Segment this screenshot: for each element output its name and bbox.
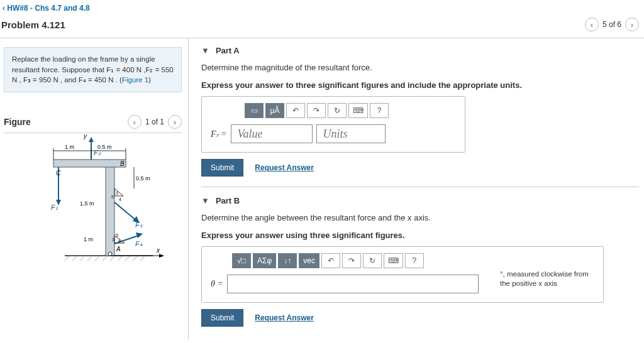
breadcrumb-back-caret[interactable]: ‹ (3, 4, 5, 13)
svg-line-5 (95, 256, 100, 261)
partB-submit-button[interactable]: Submit (201, 309, 243, 327)
undo-button-b[interactable]: ↶ (321, 253, 340, 268)
figure-counter: 1 of 1 (145, 117, 164, 126)
svg-text:5: 5 (116, 233, 118, 237)
partB-variable-label: θ = (211, 279, 223, 289)
svg-marker-23 (159, 254, 164, 258)
partB-emphasis: Express your answer using three signific… (201, 231, 639, 240)
svg-text:F₁: F₁ (51, 204, 58, 211)
partA-value-input[interactable] (231, 124, 313, 143)
svg-text:B: B (120, 160, 125, 167)
breadcrumb-link[interactable]: HW#8 - Chs 4.7 and 4.8 (7, 4, 89, 13)
partA-submit-button[interactable]: Submit (201, 159, 243, 177)
svg-marker-21 (136, 232, 143, 238)
svg-text:y: y (83, 133, 87, 139)
partB-value-input[interactable] (227, 275, 479, 293)
partA-instruction: Determine the magnitude of the resultant… (201, 63, 639, 72)
partA-variable-label: Fᵣ = (211, 129, 227, 139)
redo-button-b[interactable]: ↷ (342, 253, 361, 268)
partA-answer-box: ▭ μÅ ↶ ↷ ↻ ⌨ ? Fᵣ = (201, 96, 465, 153)
problem-title: Problem 4.121 (1, 19, 65, 30)
templates-icon[interactable]: ▭ (245, 103, 264, 118)
svg-text:4: 4 (119, 197, 121, 202)
reset-button[interactable]: ↻ (328, 103, 347, 118)
next-problem-button[interactable]: › (625, 18, 639, 31)
svg-line-6 (103, 256, 108, 261)
svg-text:1 m: 1 m (65, 144, 74, 150)
partB-title: Part B (216, 196, 240, 205)
svg-text:1 m: 1 m (84, 236, 93, 242)
svg-line-3 (80, 256, 85, 261)
svg-line-1 (65, 256, 70, 261)
svg-text:4: 4 (118, 239, 121, 243)
figure-next-button[interactable]: › (168, 115, 182, 129)
symbols-button[interactable]: μÅ (265, 103, 284, 118)
partA-emphasis: Express your answer to three significant… (201, 80, 639, 90)
prev-problem-button[interactable]: ‹ (585, 18, 599, 31)
svg-text:x: x (156, 247, 160, 254)
svg-line-11 (140, 256, 145, 261)
svg-line-7 (110, 256, 115, 261)
root-template-icon[interactable]: √□ (232, 253, 251, 268)
svg-rect-12 (106, 165, 114, 256)
figure-heading: Figure (4, 117, 31, 127)
svg-rect-13 (53, 160, 126, 167)
svg-line-4 (87, 256, 92, 261)
svg-text:3: 3 (116, 191, 118, 195)
vec-button[interactable]: vec (299, 253, 319, 268)
svg-text:C: C (56, 170, 61, 177)
partB-answer-box: √□ ΑΣφ ↓↑ vec ↶ ↷ ↻ ⌨ ? θ = (201, 246, 604, 303)
partB-collapse-icon[interactable]: ▼ (201, 196, 209, 205)
problem-statement: Replace the loading on the frame by a si… (4, 47, 182, 92)
svg-text:F₂: F₂ (94, 149, 101, 156)
svg-line-8 (118, 256, 123, 261)
svg-line-10 (133, 256, 138, 261)
reset-button-b[interactable]: ↻ (363, 253, 382, 268)
partA-title: Part A (216, 46, 240, 55)
svg-line-9 (125, 256, 130, 261)
svg-text:F₃: F₃ (135, 221, 143, 229)
partA-units-input[interactable] (316, 124, 386, 143)
svg-marker-17 (89, 137, 94, 142)
undo-button[interactable]: ↶ (286, 103, 305, 118)
partB-unit-note: °, measured clockwise from the positive … (500, 253, 594, 288)
svg-text:5: 5 (111, 195, 114, 199)
partB-request-answer-link[interactable]: Request Answer (255, 313, 314, 322)
partA-collapse-icon[interactable]: ▼ (201, 46, 209, 55)
svg-line-18 (114, 202, 137, 221)
svg-text:A: A (116, 246, 121, 253)
svg-text:F₄: F₄ (135, 240, 143, 248)
greek-button[interactable]: ΑΣφ (253, 253, 276, 268)
keyboard-button-b[interactable]: ⌨ (384, 253, 403, 268)
problem-counter: 5 of 6 (602, 20, 621, 29)
svg-text:3: 3 (112, 237, 114, 242)
svg-line-2 (72, 256, 77, 261)
partA-request-answer-link[interactable]: Request Answer (255, 163, 314, 172)
svg-text:0.5 m: 0.5 m (136, 175, 150, 182)
figure-diagram: y x 1 m 0.5 m 0.5 m 1.5 m 1 m C B A F₁ F… (4, 133, 182, 268)
subscript-button[interactable]: ↓↑ (278, 253, 297, 268)
help-button-b[interactable]: ? (405, 253, 424, 268)
redo-button[interactable]: ↷ (307, 103, 326, 118)
figure-link[interactable]: Figure 1 (122, 76, 148, 84)
svg-point-26 (108, 252, 112, 256)
partB-instruction: Determine the angle between the resultan… (201, 213, 639, 222)
svg-text:1.5 m: 1.5 m (80, 200, 94, 207)
help-button[interactable]: ? (370, 103, 389, 118)
figure-prev-button[interactable]: ‹ (128, 115, 142, 129)
keyboard-button[interactable]: ⌨ (348, 103, 368, 118)
